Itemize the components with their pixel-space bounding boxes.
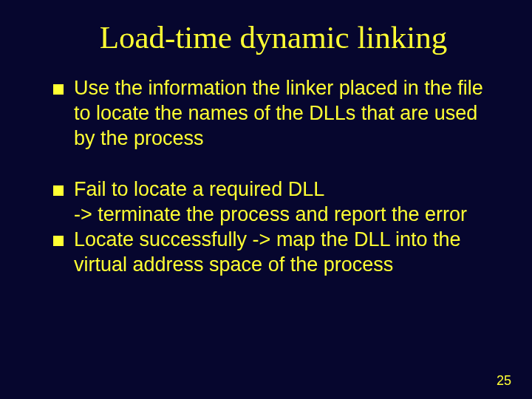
page-number: 25 — [497, 373, 511, 389]
bullet-group: Use the information the linker placed in… — [53, 76, 488, 151]
slide: Load-time dynamic linking Use the inform… — [0, 0, 532, 399]
square-bullet-icon — [53, 84, 64, 95]
square-bullet-icon — [53, 236, 64, 246]
bullet-text: Use the information the linker placed in… — [74, 76, 488, 151]
bullet-text: Locate successfully -> map the DLL into … — [74, 228, 488, 278]
bullet-text: Fail to locate a required DLL-> terminat… — [74, 177, 488, 228]
bullet-item: Fail to locate a required DLL-> terminat… — [53, 177, 488, 228]
bullet-item: Use the information the linker placed in… — [53, 76, 488, 151]
square-bullet-icon — [53, 185, 64, 196]
bullet-item: Locate successfully -> map the DLL into … — [53, 228, 488, 278]
slide-content: Use the information the linker placed in… — [44, 76, 488, 277]
bullet-group: Fail to locate a required DLL-> terminat… — [53, 177, 488, 277]
slide-title: Load-time dynamic linking — [44, 19, 488, 55]
